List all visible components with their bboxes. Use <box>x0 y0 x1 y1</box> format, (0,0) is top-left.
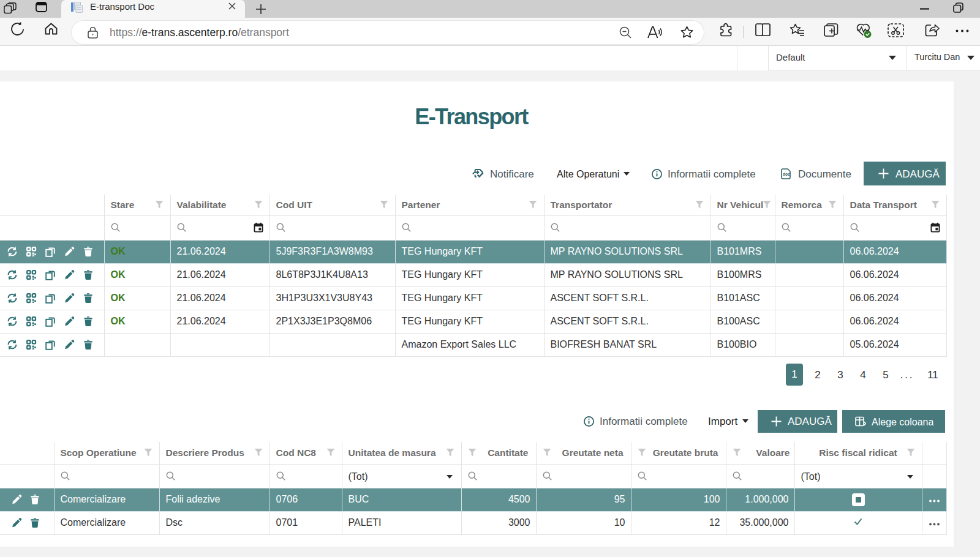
svg-text:doc: doc <box>783 172 790 176</box>
